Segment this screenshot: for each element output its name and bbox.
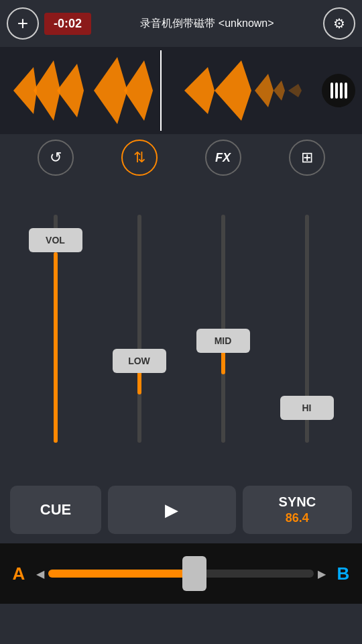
svg-marker-0 xyxy=(13,67,37,114)
crossfader-fill xyxy=(48,570,194,578)
grid-icon: ⊞ xyxy=(301,149,313,166)
low-label: LOW xyxy=(128,356,150,366)
track-name: 录音机倒带磁带 <unknown> xyxy=(140,17,274,29)
low-slider-col: LOW xyxy=(113,181,166,476)
sliders-area: VOL LOW MID HI xyxy=(0,181,362,476)
low-slider-track[interactable]: LOW xyxy=(137,215,141,443)
nav-row: ↺ ⇅ FX ⊞ xyxy=(0,134,362,181)
time-value: -0:02 xyxy=(54,17,82,30)
mid-slider-thumb[interactable]: MID xyxy=(196,329,250,353)
crossfader-track-area: ◀ ▶ xyxy=(36,568,326,580)
play-button[interactable]: ▶ xyxy=(108,486,236,534)
play-icon: ▶ xyxy=(165,500,178,521)
deck-b-text: B xyxy=(337,564,350,584)
eq-button[interactable]: ⇅ xyxy=(121,140,158,176)
hi-label: HI xyxy=(302,402,312,413)
sync-label: SYNC xyxy=(279,494,316,510)
grid-button[interactable]: ⊞ xyxy=(289,140,325,176)
svg-marker-6 xyxy=(184,67,215,114)
svg-marker-8 xyxy=(255,74,274,107)
vol-slider-track[interactable]: VOL xyxy=(54,215,58,443)
hi-slider-col: HI xyxy=(280,181,334,476)
add-button[interactable]: + xyxy=(7,7,39,40)
cue-button[interactable]: CUE xyxy=(10,486,101,534)
loop-button[interactable]: ↺ xyxy=(38,140,74,176)
hi-slider-thumb[interactable]: HI xyxy=(280,396,334,420)
deck-a-text: A xyxy=(13,564,25,584)
crossfader-thumb[interactable] xyxy=(182,556,206,591)
settings-icon: ⚙ xyxy=(333,15,345,32)
mid-label: MID xyxy=(215,335,232,346)
vol-label: VOL xyxy=(46,235,65,246)
mid-slider-col: MID xyxy=(196,181,250,476)
fx-button[interactable]: FX xyxy=(205,140,241,176)
deck-b-label: B xyxy=(331,564,355,584)
crossfader-row: A ◀ ▶ B xyxy=(0,543,362,604)
svg-marker-9 xyxy=(274,80,285,101)
hi-slider-track[interactable]: HI xyxy=(305,215,309,443)
stripes-icon xyxy=(330,83,347,99)
vol-slider-col: VOL xyxy=(29,181,82,476)
svg-marker-2 xyxy=(57,64,84,117)
deck-a-label: A xyxy=(7,564,31,584)
track-info: 录音机倒带磁带 <unknown> xyxy=(97,17,318,31)
sync-bpm: 86.4 xyxy=(286,511,309,525)
loop-icon: ↺ xyxy=(50,149,62,166)
waveform-container[interactable] xyxy=(0,47,362,134)
cue-label: CUE xyxy=(40,501,71,518)
top-bar: + -0:02 录音机倒带磁带 <unknown> ⚙ xyxy=(0,0,362,47)
waveform-svg xyxy=(0,47,362,134)
svg-marker-1 xyxy=(34,60,60,121)
vol-slider-thumb[interactable]: VOL xyxy=(29,228,82,252)
eq-icon: ⇅ xyxy=(133,149,145,166)
svg-marker-7 xyxy=(215,60,251,121)
svg-marker-3 xyxy=(94,57,127,124)
crossfader-right-arrow: ▶ xyxy=(318,568,326,580)
mid-slider-track[interactable]: MID xyxy=(221,215,225,443)
crossfader-track[interactable] xyxy=(48,570,314,578)
fx-label: FX xyxy=(215,151,231,165)
crossfader-left-arrow: ◀ xyxy=(36,568,44,580)
settings-button[interactable]: ⚙ xyxy=(323,7,355,40)
waveform-view-button[interactable] xyxy=(322,74,355,107)
sync-button[interactable]: SYNC 86.4 xyxy=(243,486,352,534)
svg-marker-10 xyxy=(288,84,302,97)
add-icon: + xyxy=(17,13,28,34)
svg-marker-4 xyxy=(124,60,153,121)
time-display: -0:02 xyxy=(44,13,91,35)
low-slider-thumb[interactable]: LOW xyxy=(113,349,166,373)
bottom-buttons: CUE ▶ SYNC 86.4 xyxy=(0,476,362,543)
vol-slider-fill xyxy=(54,252,58,443)
